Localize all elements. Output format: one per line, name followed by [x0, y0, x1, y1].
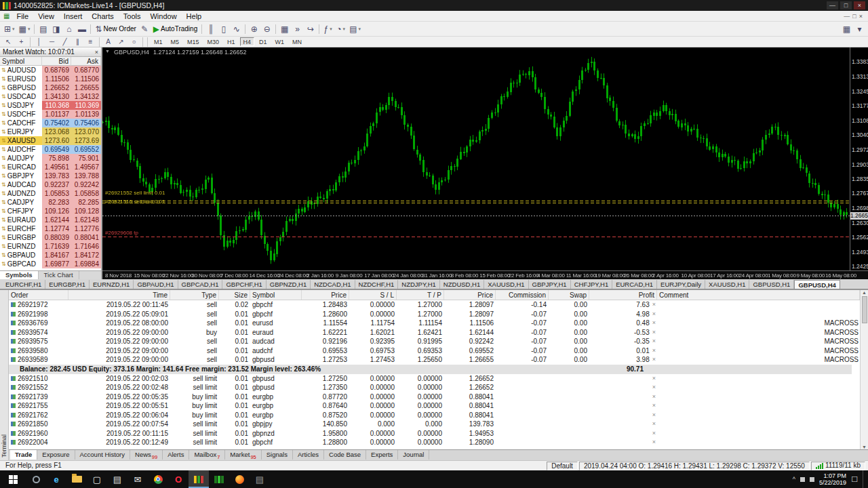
- arrow-tool[interactable]: ↗: [115, 37, 127, 47]
- market-watch-close-icon[interactable]: ×: [95, 49, 98, 56]
- profiles-button[interactable]: ▦▾: [17, 23, 33, 35]
- timeframe-mn[interactable]: MN: [289, 37, 305, 46]
- close-order-button[interactable]: ×: [652, 302, 656, 308]
- taskbar-clock[interactable]: 1:07 PM 5/22/2019: [819, 472, 846, 486]
- network-icon[interactable]: [800, 477, 805, 482]
- cursor-tool[interactable]: ↖: [2, 37, 15, 47]
- menu-item-window[interactable]: Window: [145, 12, 181, 20]
- chart-tab[interactable]: NZDJPY,H1: [398, 280, 440, 289]
- market-watch-row[interactable]: ⇅XAUUSD1273.601273.69: [0, 136, 101, 145]
- terminal-tab-code-base[interactable]: Code Base: [324, 450, 366, 460]
- documents-icon[interactable]: ▤: [107, 470, 127, 488]
- firefox-icon[interactable]: [229, 470, 250, 488]
- market-watch-row[interactable]: ⇅GBPAUD1.841671.84172: [0, 251, 101, 260]
- metatrader-green-icon[interactable]: [209, 470, 229, 488]
- file-explorer-icon[interactable]: [66, 470, 87, 488]
- terminal-tab-trade[interactable]: Trade: [10, 450, 37, 460]
- terminal-tab-experts[interactable]: Experts: [366, 450, 398, 460]
- market-watch-row[interactable]: ⇅EURAUD1.621441.62148: [0, 216, 101, 224]
- terminal-tab-signals[interactable]: Signals: [262, 450, 293, 460]
- column-bid[interactable]: Bid: [42, 57, 71, 66]
- chart-tab[interactable]: GBPJPY,H1: [529, 280, 571, 289]
- indicators-button[interactable]: ƒ▾: [321, 23, 334, 35]
- menu-item-tools[interactable]: Tools: [119, 12, 146, 20]
- cortana-button[interactable]: [26, 470, 46, 488]
- chart-shift-button[interactable]: ↪: [304, 23, 317, 35]
- mdi-minimize-button[interactable]: —: [844, 13, 850, 20]
- market-watch-row[interactable]: ⇅USDCAD1.341301.34132: [0, 92, 101, 101]
- chrome-icon[interactable]: [148, 470, 168, 488]
- terminal-tab-mailbox[interactable]: Mailbox7: [189, 450, 225, 460]
- timeframe-w1[interactable]: W1: [272, 37, 288, 46]
- market-watch-row[interactable]: ⇅EURCAD1.495611.49567: [0, 163, 101, 171]
- close-button[interactable]: ×: [854, 1, 865, 9]
- terminal-column-commission[interactable]: Commission: [496, 290, 549, 300]
- menu-item-help[interactable]: Help: [182, 12, 207, 20]
- close-order-button[interactable]: ×: [652, 394, 656, 400]
- show-desktop-button[interactable]: [863, 470, 865, 488]
- chart-tab[interactable]: GBPNZD,H1: [267, 280, 311, 289]
- fibonacci-tool[interactable]: ≡: [84, 37, 97, 47]
- menu-item-view[interactable]: View: [33, 12, 59, 20]
- arrange-windows-button[interactable]: ▦: [840, 23, 853, 35]
- close-order-button[interactable]: ×: [652, 329, 656, 336]
- crosshair-tool[interactable]: +: [15, 37, 28, 47]
- terminal-tab-articles[interactable]: Articles: [293, 450, 324, 460]
- shapes-tool[interactable]: ○: [127, 37, 140, 47]
- chart-tab[interactable]: GBPCHF,H1: [222, 280, 266, 289]
- terminal-scrollbar[interactable]: ▲ ▼: [860, 290, 868, 449]
- new-order-button[interactable]: ⇅New Order: [93, 23, 138, 35]
- terminal-column-price[interactable]: Price: [302, 290, 349, 300]
- mdi-close-button[interactable]: ×: [859, 13, 863, 20]
- maximize-button[interactable]: □: [840, 1, 852, 9]
- terminal-tab-journal[interactable]: Journal: [398, 450, 429, 460]
- scrollbar-thumb[interactable]: [862, 296, 867, 323]
- close-order-button[interactable]: ×: [652, 311, 656, 317]
- templates-button[interactable]: ▤▾: [347, 23, 363, 35]
- timeframe-d1[interactable]: D1: [256, 37, 271, 46]
- market-watch-row[interactable]: ⇅EURNZD1.716391.71646: [0, 242, 101, 251]
- market-watch-row[interactable]: ⇅GBPCAD1.698771.69884: [0, 260, 101, 268]
- start-button[interactable]: [0, 470, 26, 488]
- close-order-button[interactable]: ×: [652, 357, 656, 363]
- horizontal-line-tool[interactable]: ─: [45, 37, 58, 47]
- chart-tab[interactable]: EURCAD,H1: [612, 280, 657, 289]
- market-watch-row[interactable]: ⇅CADJPY82.28382.285: [0, 198, 101, 207]
- menu-item-charts[interactable]: Charts: [87, 12, 118, 20]
- market-watch-row[interactable]: ⇅GBPUSD1.266521.26655: [0, 83, 101, 92]
- market-watch-row[interactable]: ⇅AUDCAD0.922370.92242: [0, 180, 101, 189]
- timeframe-h4[interactable]: H4: [240, 37, 255, 46]
- market-watch-row[interactable]: ⇅USDJPY110.368110.369: [0, 101, 101, 110]
- chart-tab[interactable]: GBPUSD,H4: [794, 280, 840, 289]
- terminal-column-sl[interactable]: S / L: [349, 290, 397, 300]
- market-watch-row[interactable]: ⇅EURGBP0.880390.88041: [0, 233, 101, 242]
- market-watch-row[interactable]: ⇅AUDCHF0.695490.69552: [0, 145, 101, 154]
- chart-tab[interactable]: EURJPY,Daily: [657, 280, 705, 289]
- channel-tool[interactable]: ∥: [71, 37, 84, 47]
- chart-tab[interactable]: GBPCAD,H1: [178, 280, 223, 289]
- timeframe-m5[interactable]: M5: [167, 37, 183, 46]
- vertical-line-tool[interactable]: │: [33, 37, 45, 47]
- mdi-restore-button[interactable]: □: [852, 13, 856, 20]
- close-order-button[interactable]: ×: [652, 375, 656, 382]
- store-icon[interactable]: ▢: [87, 470, 107, 488]
- close-order-button[interactable]: ×: [652, 320, 656, 326]
- market-watch-tab-symbols[interactable]: Symbols: [0, 271, 39, 279]
- market-watch-row[interactable]: ⇅CHFJPY109.126109.128: [0, 207, 101, 216]
- chart-tab[interactable]: GBPUSD,H1: [749, 280, 794, 289]
- new-chart-button[interactable]: ⊞▾: [2, 23, 17, 35]
- terminal-column-time[interactable]: Time: [68, 290, 170, 300]
- market-watch-row[interactable]: ⇅AUDUSD0.687690.68770: [0, 66, 101, 75]
- terminal-tab-exposure[interactable]: Exposure: [37, 450, 75, 460]
- chart-tab[interactable]: XAUUSD,H1: [705, 280, 749, 289]
- opera-icon[interactable]: O: [168, 470, 189, 488]
- navigator-toggle[interactable]: ⌂: [62, 23, 75, 35]
- chart-canvas[interactable]: [102, 47, 850, 270]
- chart-tab[interactable]: NZDCHF,H1: [355, 280, 399, 289]
- close-order-button[interactable]: ×: [652, 403, 656, 409]
- close-order-button[interactable]: ×: [652, 384, 656, 390]
- market-watch-row[interactable]: ⇅USDCHF1.011371.01139: [0, 110, 101, 119]
- notification-center-icon[interactable]: ☐: [851, 475, 858, 484]
- chart-tab[interactable]: NZDCAD,H1: [311, 280, 355, 289]
- market-watch-toggle[interactable]: ▤: [37, 23, 50, 35]
